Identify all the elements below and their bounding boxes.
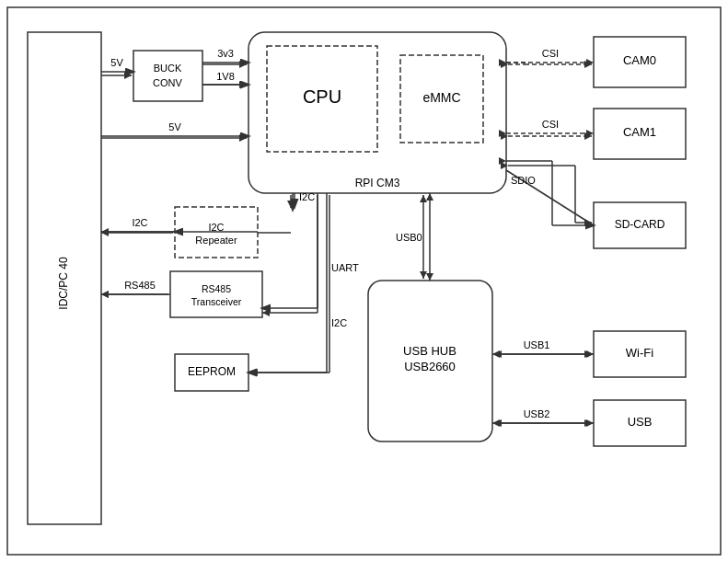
sig-usb2: USB2	[524, 408, 550, 419]
sig-csi-top: CSI	[542, 48, 559, 59]
svg-marker-55	[239, 61, 247, 68]
rs485-label2: Transceiver	[191, 296, 242, 307]
svg-marker-80	[501, 162, 508, 169]
buck-conv-label2: CONV	[153, 77, 182, 88]
svg-marker-63	[287, 201, 295, 208]
usb-hub-label2: USB2660	[404, 360, 456, 373]
sd-card-label: SD-CARD	[615, 218, 665, 231]
sig-csi-bottom: CSI	[542, 119, 559, 130]
sig-usb0: USB0	[396, 232, 422, 243]
emmc-label: eMMC	[422, 90, 460, 105]
svg-rect-7	[170, 271, 262, 317]
sig-1v8: 1V8	[216, 71, 235, 82]
i2c-repeater-label2: Repeater	[195, 235, 237, 246]
sig-rs485: RS485	[124, 280, 156, 291]
sig-i2c-bottom: I2C	[331, 317, 347, 328]
sig-i2c-top: I2C	[299, 191, 315, 202]
svg-marker-59	[239, 134, 247, 142]
svg-marker-32	[426, 273, 433, 281]
diagram-container: IDC/PC 40 BUCK CONV CPU eMMC RPI CM3 I2C…	[0, 0, 728, 562]
sig-i2c-left: I2C	[132, 217, 147, 228]
usb-label: USB	[628, 415, 653, 429]
sig-sdio: SDIO	[511, 175, 536, 186]
svg-rect-2	[133, 51, 202, 101]
wifi-label: Wi-Fi	[626, 346, 653, 360]
eeprom-label: EEPROM	[188, 365, 236, 378]
cam1-label: CAM1	[623, 125, 656, 139]
svg-marker-72	[250, 369, 258, 376]
sig-5v-direct: 5V	[168, 121, 181, 132]
buck-conv-label: BUCK	[154, 63, 182, 74]
svg-rect-0	[7, 7, 721, 555]
svg-marker-69	[262, 309, 270, 316]
cpu-label: CPU	[303, 86, 341, 107]
sig-usb1: USB1	[524, 339, 550, 350]
svg-marker-75	[420, 271, 427, 279]
svg-marker-31	[426, 193, 433, 201]
i2c-repeater-label1: I2C	[208, 222, 224, 233]
usb-hub-label1: USB HUB	[403, 344, 456, 358]
svg-marker-53	[124, 72, 132, 79]
rs485-label1: RS485	[202, 283, 231, 294]
svg-marker-74	[420, 195, 427, 202]
cam0-label: CAM0	[623, 53, 656, 67]
sig-uart: UART	[331, 262, 359, 273]
svg-marker-57	[239, 81, 247, 88]
rpi-cm3-label: RPI CM3	[355, 177, 400, 189]
sig-5v-buck: 5V	[110, 57, 123, 68]
sig-3v3: 3v3	[217, 48, 234, 59]
svg-marker-66	[101, 291, 109, 298]
idc-label: IDC/PC 40	[57, 257, 70, 310]
